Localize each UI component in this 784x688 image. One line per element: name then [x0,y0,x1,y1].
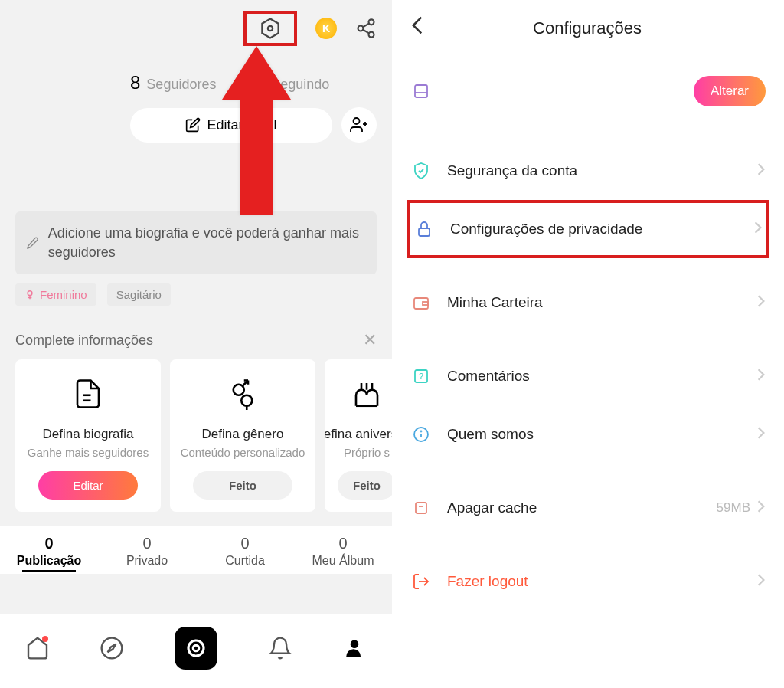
wallet-row[interactable]: Minha Carteira [410,274,766,332]
nav-notifications[interactable] [268,636,292,660]
security-row[interactable]: Segurança da conta [410,142,766,200]
settings-title: Configurações [409,18,766,38]
row-label: Quem somos [447,426,756,443]
birthday-done-button[interactable]: Feito [338,471,396,500]
nav-camera[interactable] [175,627,217,670]
profile-header: K [0,0,392,57]
coin-icon[interactable]: K [315,18,337,39]
about-row[interactable]: Quem somos [410,405,766,464]
document-icon [72,375,104,413]
card-subtitle: Próprio s [344,445,390,460]
add-friend-button[interactable] [341,107,377,143]
svg-point-39 [421,431,422,432]
svg-point-3 [358,26,364,31]
wallet-icon [410,293,432,312]
close-icon[interactable]: ✕ [363,330,377,350]
svg-text:?: ? [419,372,423,381]
edit-bio-button[interactable]: Editar [38,471,138,500]
gender-tag[interactable]: Feminino [15,283,96,306]
lock-icon [413,220,435,238]
profile-card-icon [410,82,432,100]
svg-point-4 [369,32,374,38]
cake-icon [351,375,383,413]
row-label: Segurança da conta [447,162,756,179]
tab-private[interactable]: 0 Privado [98,535,196,568]
svg-point-1 [268,26,273,31]
info-icon [410,425,432,444]
profile-screen: K 8 Seguidores 10 seguindo Editar perfil… [0,0,392,688]
chevron-right-icon [756,162,766,179]
tab-likes[interactable]: 0 Curtida [196,535,294,568]
followers-label: Seguidores [146,77,216,93]
svg-point-25 [102,638,122,659]
edit-profile-row: Editar perfil [0,93,392,143]
svg-line-6 [363,30,369,34]
zodiac-tag[interactable]: Sagitário [107,283,171,306]
info-cards: Defina biografia Ganhe mais seguidores E… [15,359,377,512]
row-label: Apagar cache [447,500,717,516]
logout-row[interactable]: Fazer logout [410,552,766,611]
complete-title: Complete informações [15,333,153,349]
row-label: Fazer logout [447,573,756,590]
svg-rect-32 [419,228,430,236]
svg-point-20 [241,395,252,406]
bio-card: Defina biografia Ganhe mais seguidores E… [15,359,161,512]
chevron-right-icon [756,294,766,311]
alterar-button[interactable]: Alterar [694,76,766,106]
row-label: Configurações de privacidade [450,221,753,238]
settings-screen: Configurações Alterar Segurança da conta… [392,0,784,688]
svg-point-29 [351,640,359,648]
card-subtitle: Conteúdo personalizado [181,445,305,460]
svg-point-28 [193,645,199,651]
settings-header: Configurações [392,0,784,56]
chevron-right-icon [756,426,766,443]
bio-prompt[interactable]: Adicione uma biografia e você poderá gan… [15,211,377,274]
svg-point-7 [354,118,360,124]
chevron-right-icon [756,368,766,385]
gender-card: Defina gênero Conteúdo personalizado Fei… [170,359,315,512]
content-tabs: 0 Publicação 0 Privado 0 Curtida 0 Meu Á… [0,526,392,574]
question-icon: ? [410,367,432,385]
row-label: Minha Carteira [447,294,756,311]
svg-rect-34 [423,302,428,305]
female-icon [24,290,35,300]
stats-row: 8 Seguidores 10 seguindo [0,57,392,93]
svg-marker-0 [262,19,278,38]
svg-marker-26 [108,644,116,653]
cache-row[interactable]: Apagar cache 59MB [410,479,766,537]
svg-marker-10 [222,46,291,215]
settings-list: Alterar Segurança da conta Configurações… [392,56,784,611]
bottom-nav [0,614,392,688]
nav-home[interactable] [25,636,50,660]
svg-point-2 [369,19,374,25]
logout-icon [410,572,432,591]
chevron-right-icon [753,221,763,238]
row-label: Comentários [447,368,756,385]
comments-row[interactable]: ? Comentários [410,347,766,405]
share-icon[interactable] [355,18,377,39]
profile-row[interactable]: Alterar [410,56,766,126]
card-title: Defina gênero [202,427,284,442]
nav-profile[interactable] [342,636,367,660]
profile-tags: Feminino Sagitário [0,274,392,315]
bio-text: Adicione uma biografia e você poderá gan… [48,224,366,262]
nav-discover[interactable] [100,636,124,660]
svg-rect-40 [416,503,426,513]
notification-dot [42,636,48,642]
followers-stat[interactable]: 8 Seguidores [130,72,216,93]
svg-point-27 [188,640,204,656]
gender-done-button[interactable]: Feito [193,471,292,500]
privacy-row[interactable]: Configurações de privacidade [413,203,763,255]
settings-icon[interactable] [259,17,282,40]
card-subtitle: Ganhe mais seguidores [28,445,149,460]
chevron-right-icon [756,500,766,516]
svg-point-16 [234,385,244,395]
tab-posts[interactable]: 0 Publicação [0,535,98,568]
trash-icon [410,499,432,517]
chevron-right-icon [756,573,766,590]
pencil-icon [26,235,39,251]
tab-album[interactable]: 0 Meu Álbum [294,535,392,568]
arrow-annotation [222,46,291,218]
svg-point-11 [28,291,32,296]
svg-line-5 [363,24,369,28]
